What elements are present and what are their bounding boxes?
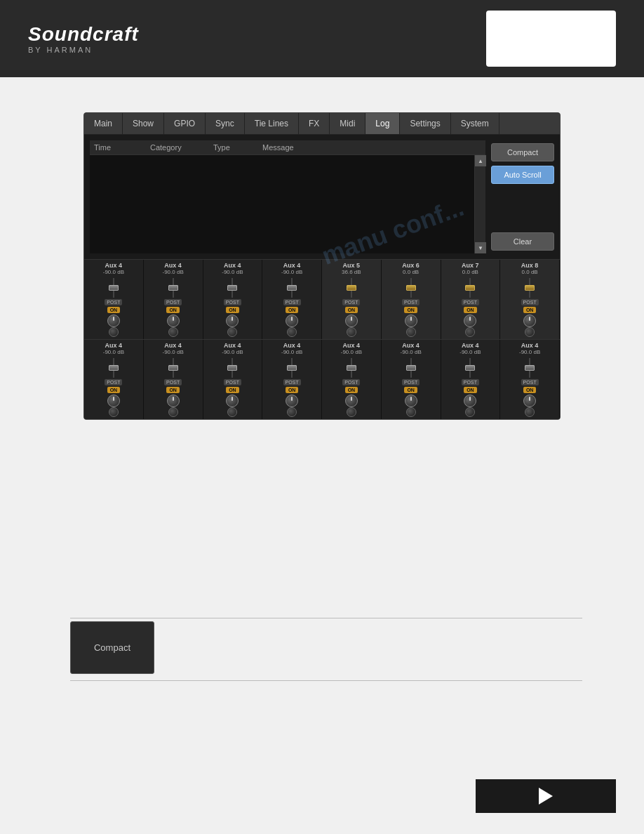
- channel-label-4: Aux 4: [343, 342, 361, 349]
- fader-area-3[interactable]: [264, 277, 319, 299]
- small-knob-7[interactable]: [525, 327, 535, 337]
- knob-1[interactable]: [167, 395, 180, 407]
- small-knob-5[interactable]: [406, 407, 416, 417]
- fader-area-6[interactable]: [443, 277, 498, 299]
- post-badge-5: POST: [402, 299, 420, 305]
- channel-strip-mixer-row-2-1: Aux 4-90.0 dBPOSTON: [144, 340, 203, 419]
- knob-2[interactable]: [226, 315, 239, 327]
- knob-6[interactable]: [464, 315, 476, 327]
- knob-7[interactable]: [523, 315, 536, 327]
- small-knob-2[interactable]: [227, 327, 237, 337]
- on-badge-3[interactable]: ON: [286, 387, 299, 393]
- on-badge-0[interactable]: ON: [107, 387, 121, 393]
- channel-strip-mixer-row-2-3: Aux 4-90.0 dBPOSTON: [262, 340, 322, 419]
- small-knob-4[interactable]: [347, 407, 356, 417]
- knob-1[interactable]: [167, 315, 180, 327]
- on-badge-6[interactable]: ON: [464, 307, 477, 313]
- small-knob-1[interactable]: [168, 407, 178, 417]
- knob-6[interactable]: [464, 395, 476, 407]
- fader-area-2[interactable]: [206, 357, 260, 379]
- on-badge-2[interactable]: ON: [226, 387, 239, 393]
- tab-sync[interactable]: Sync: [206, 113, 245, 134]
- auto-scroll-button[interactable]: Auto Scroll: [491, 166, 554, 184]
- small-knob-3[interactable]: [287, 327, 297, 337]
- tab-show[interactable]: Show: [123, 113, 164, 134]
- fader-area-2[interactable]: [206, 277, 260, 299]
- on-badge-5[interactable]: ON: [404, 307, 417, 313]
- small-knob-6[interactable]: [465, 407, 475, 417]
- tab-midi[interactable]: Midi: [330, 113, 365, 134]
- on-badge-7[interactable]: ON: [523, 307, 537, 313]
- channel-label-2: Aux 4: [224, 342, 241, 349]
- on-badge-1[interactable]: ON: [166, 307, 180, 313]
- on-badge-0[interactable]: ON: [107, 307, 121, 313]
- fader-area-4[interactable]: [324, 277, 379, 299]
- fader-area-3[interactable]: [264, 357, 319, 379]
- small-knob-7[interactable]: [525, 407, 535, 417]
- small-knob-0[interactable]: [109, 407, 119, 417]
- on-badge-3[interactable]: ON: [286, 307, 299, 313]
- scroll-down-btn[interactable]: ▼: [475, 242, 486, 253]
- knob-3[interactable]: [286, 395, 298, 407]
- compact-button[interactable]: Compact: [491, 143, 554, 161]
- post-badge-4: POST: [342, 379, 360, 385]
- post-badge-0: POST: [105, 379, 122, 385]
- fader-area-0[interactable]: [86, 357, 141, 379]
- small-knob-0[interactable]: [109, 327, 119, 337]
- fader-area-7[interactable]: [502, 277, 557, 299]
- knob-4[interactable]: [345, 395, 358, 407]
- knob-0[interactable]: [107, 315, 120, 327]
- col-time: Time: [94, 143, 150, 152]
- fader-area-5[interactable]: [384, 357, 438, 379]
- fader-area-0[interactable]: [86, 277, 141, 299]
- knob-2[interactable]: [226, 395, 239, 407]
- clear-button[interactable]: Clear: [491, 232, 554, 251]
- channel-db-7: 0.0 dB: [522, 269, 538, 275]
- on-badge-6[interactable]: ON: [464, 387, 477, 393]
- knob-5[interactable]: [405, 395, 417, 407]
- tab-main[interactable]: Main: [84, 113, 123, 134]
- post-badge-6: POST: [462, 379, 479, 385]
- on-badge-2[interactable]: ON: [226, 307, 239, 313]
- small-knob-2[interactable]: [227, 407, 237, 417]
- on-badge-5[interactable]: ON: [404, 387, 417, 393]
- knob-7[interactable]: [523, 395, 536, 407]
- tab-settings[interactable]: Settings: [400, 113, 450, 134]
- compact-button-standalone: Compact: [70, 621, 154, 674]
- channel-db-3: -90.0 dB: [281, 349, 302, 355]
- tab-system[interactable]: System: [451, 113, 499, 134]
- fader-area-6[interactable]: [443, 357, 498, 379]
- channel-label-5: Aux 4: [402, 342, 420, 349]
- tab-tielines[interactable]: Tie Lines: [245, 113, 299, 134]
- small-knob-3[interactable]: [287, 407, 297, 417]
- tab-log[interactable]: Log: [365, 113, 400, 134]
- tab-fx[interactable]: FX: [299, 113, 330, 134]
- scroll-up-btn[interactable]: ▲: [475, 155, 486, 166]
- knob-0[interactable]: [107, 395, 120, 407]
- knob-5[interactable]: [405, 315, 417, 327]
- knob-3[interactable]: [286, 315, 298, 327]
- fader-area-1[interactable]: [146, 357, 201, 379]
- compact-btn-large[interactable]: Compact: [70, 621, 154, 674]
- fader-area-1[interactable]: [146, 277, 201, 299]
- channel-strip-mixer-row-2-7: Aux 4-90.0 dBPOSTON: [500, 340, 560, 419]
- log-scrollbar[interactable]: ▲ ▼: [474, 155, 485, 253]
- play-button-bar[interactable]: [476, 779, 616, 813]
- small-knob-1[interactable]: [168, 327, 178, 337]
- post-badge-7: POST: [521, 299, 539, 305]
- small-knob-4[interactable]: [347, 327, 356, 337]
- fader-area-5[interactable]: [384, 277, 438, 299]
- channel-db-2: -90.0 dB: [222, 269, 243, 275]
- on-badge-4[interactable]: ON: [345, 387, 358, 393]
- fader-area-4[interactable]: [324, 357, 379, 379]
- small-knob-6[interactable]: [465, 327, 475, 337]
- small-knob-5[interactable]: [406, 327, 416, 337]
- channel-db-5: -90.0 dB: [401, 349, 422, 355]
- on-badge-4[interactable]: ON: [345, 307, 358, 313]
- header-white-box: [486, 11, 616, 67]
- knob-4[interactable]: [345, 315, 358, 327]
- on-badge-1[interactable]: ON: [166, 387, 180, 393]
- fader-area-7[interactable]: [502, 357, 557, 379]
- tab-gpio[interactable]: GPIO: [164, 113, 206, 134]
- on-badge-7[interactable]: ON: [523, 387, 537, 393]
